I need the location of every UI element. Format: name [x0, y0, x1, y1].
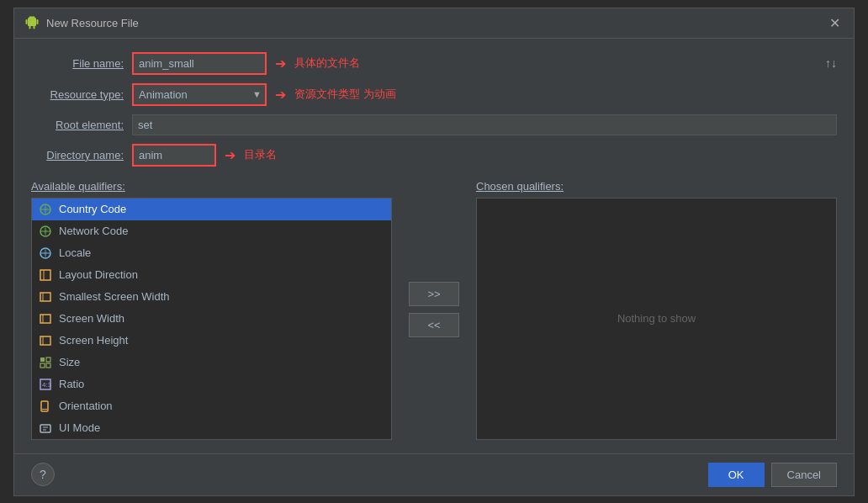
- qualifier-icon-smallest-screen-width: [39, 290, 52, 304]
- qualifier-item-screen-height[interactable]: Screen Height: [32, 330, 391, 352]
- qualifier-label-network-code: Network Code: [59, 225, 128, 237]
- qualifier-item-network-code[interactable]: Network Code: [32, 220, 391, 242]
- svg-point-0: [29, 17, 30, 18]
- qualifier-label-screen-height: Screen Height: [59, 334, 128, 347]
- qualifier-label-orientation: Orientation: [59, 400, 113, 412]
- close-button[interactable]: ✕: [826, 15, 844, 31]
- qualifier-icon-network-code: [39, 225, 52, 238]
- android-icon: [24, 15, 40, 30]
- dialog-body: File name: ➔ 具体的文件名 ↑↓ Resource type: An…: [14, 39, 854, 453]
- nothing-to-show-text: Nothing to show: [617, 312, 696, 325]
- qualifier-icon-screen-width: [39, 312, 52, 326]
- qualifier-item-country-code[interactable]: Country Code: [32, 199, 391, 220]
- resource-type-select[interactable]: Animation Drawable Layout Menu Values: [132, 83, 267, 106]
- directory-name-annotation: 目录名: [244, 147, 277, 162]
- qualifier-item-ratio[interactable]: 4:3Ratio: [32, 373, 391, 395]
- svg-rect-24: [41, 401, 48, 411]
- qualifier-label-screen-width: Screen Width: [59, 312, 124, 325]
- svg-rect-19: [46, 357, 50, 362]
- qualifier-item-size[interactable]: Size: [32, 352, 391, 373]
- available-qualifiers-panel: Available qualifiers: Country CodeNetwor…: [31, 180, 392, 440]
- qualifier-icon-country-code: [39, 203, 52, 216]
- qualifiers-section: Available qualifiers: Country CodeNetwor…: [31, 180, 837, 440]
- svg-rect-2: [26, 19, 28, 24]
- root-element-label: Root element:: [31, 119, 124, 131]
- svg-rect-18: [40, 357, 45, 362]
- svg-rect-14: [40, 315, 50, 323]
- qualifier-icon-ui-mode: [39, 421, 52, 435]
- qualifier-icon-layout-direction: [39, 268, 52, 282]
- resource-type-row: Resource type: Animation Drawable Layout…: [31, 83, 837, 106]
- cancel-button[interactable]: Cancel: [771, 463, 837, 487]
- directory-name-input[interactable]: [132, 144, 216, 167]
- dialog-footer: ? OK Cancel: [14, 453, 854, 495]
- file-name-annotation: 具体的文件名: [294, 56, 360, 71]
- qualifier-item-screen-width[interactable]: Screen Width: [32, 308, 391, 330]
- ok-button[interactable]: OK: [708, 463, 765, 487]
- file-name-input[interactable]: [132, 52, 267, 75]
- svg-text:4:3: 4:3: [42, 381, 51, 389]
- footer-actions: OK Cancel: [708, 463, 837, 487]
- svg-rect-3: [37, 19, 39, 24]
- directory-name-label: Directory name:: [31, 149, 124, 161]
- svg-rect-21: [46, 363, 50, 368]
- qualifier-label-layout-direction: Layout Direction: [59, 268, 138, 281]
- svg-rect-26: [40, 425, 50, 432]
- svg-rect-20: [40, 363, 45, 368]
- resource-type-annotation: 资源文件类型 为动画: [294, 87, 396, 102]
- qualifier-label-ratio: Ratio: [59, 378, 84, 390]
- root-element-input[interactable]: [132, 114, 837, 135]
- transfer-buttons: >> <<: [402, 180, 466, 440]
- qualifier-label-country-code: Country Code: [59, 203, 126, 215]
- sort-button[interactable]: ↑↓: [825, 56, 837, 70]
- remove-qualifier-button[interactable]: <<: [409, 313, 459, 337]
- resource-type-label: Resource type:: [31, 88, 124, 101]
- qualifier-icon-screen-height: [39, 334, 52, 347]
- qualifier-label-ui-mode: UI Mode: [59, 421, 100, 434]
- file-name-row: File name: ➔ 具体的文件名 ↑↓: [31, 52, 837, 75]
- help-button[interactable]: ?: [31, 463, 55, 486]
- svg-rect-10: [40, 270, 50, 280]
- qualifier-item-smallest-screen-width[interactable]: Smallest Screen Width: [32, 286, 391, 308]
- svg-point-1: [34, 17, 34, 18]
- chosen-qualifiers-label: Chosen qualifiers:: [476, 180, 837, 193]
- qualifier-label-locale: Locale: [59, 246, 91, 259]
- dialog-title: New Resource File: [46, 17, 139, 29]
- svg-rect-12: [40, 293, 50, 301]
- directory-name-arrow: ➔: [225, 147, 236, 163]
- qualifier-icon-ratio: 4:3: [39, 378, 52, 391]
- resource-type-arrow: ➔: [275, 87, 286, 103]
- chosen-qualifiers-list: Nothing to show: [476, 198, 837, 440]
- file-name-arrow: ➔: [275, 56, 286, 71]
- qualifier-label-size: Size: [59, 356, 80, 368]
- root-element-row: Root element:: [31, 114, 837, 135]
- chosen-qualifiers-panel: Chosen qualifiers: Nothing to show: [476, 180, 837, 440]
- add-qualifier-button[interactable]: >>: [409, 282, 459, 306]
- qualifier-item-orientation[interactable]: Orientation: [32, 395, 391, 417]
- qualifier-icon-locale: [39, 246, 52, 260]
- qualifier-item-ui-mode[interactable]: UI Mode: [32, 417, 391, 439]
- svg-rect-25: [42, 409, 47, 410]
- file-name-label: File name:: [31, 57, 124, 70]
- qualifier-label-smallest-screen-width: Smallest Screen Width: [59, 290, 170, 303]
- qualifier-item-layout-direction[interactable]: Layout Direction: [32, 264, 391, 286]
- qualifier-item-locale[interactable]: Locale: [32, 242, 391, 264]
- available-qualifiers-list[interactable]: Country CodeNetwork CodeLocaleLayout Dir…: [31, 198, 392, 440]
- available-qualifiers-label: Available qualifiers:: [31, 180, 392, 193]
- title-bar: New Resource File ✕: [14, 8, 854, 39]
- svg-rect-16: [40, 336, 50, 345]
- qualifier-icon-size: [39, 356, 52, 369]
- title-bar-left: New Resource File: [24, 15, 139, 30]
- directory-name-row: Directory name: ➔ 目录名: [31, 144, 837, 167]
- new-resource-file-dialog: New Resource File ✕ File name: ➔ 具体的文件名 …: [13, 8, 855, 496]
- qualifier-icon-orientation: [39, 400, 52, 413]
